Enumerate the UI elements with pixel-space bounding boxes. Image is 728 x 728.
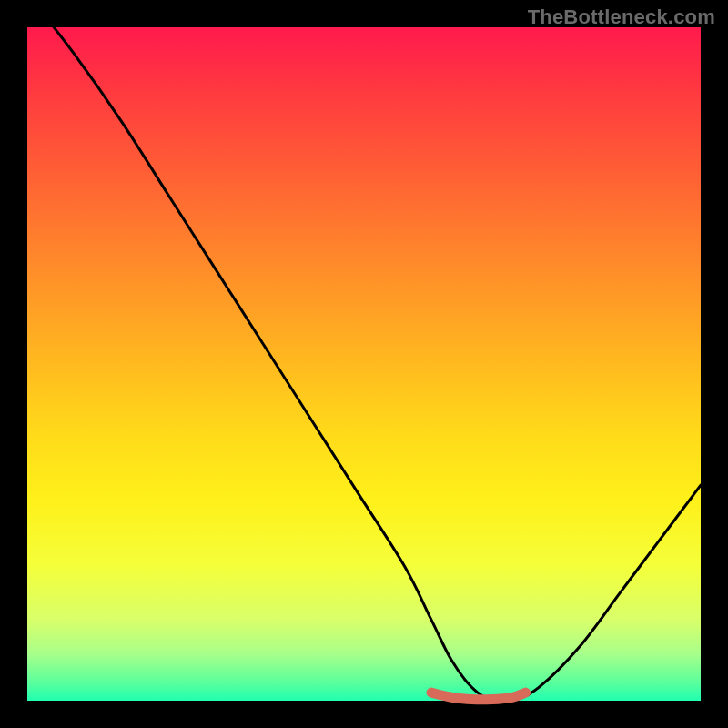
curve-layer: [27, 27, 701, 701]
plot-area: [27, 27, 701, 701]
watermark-text: TheBottleneck.com: [528, 5, 715, 29]
bottleneck-curve: [27, 0, 701, 703]
chart-frame: TheBottleneck.com: [0, 0, 728, 728]
